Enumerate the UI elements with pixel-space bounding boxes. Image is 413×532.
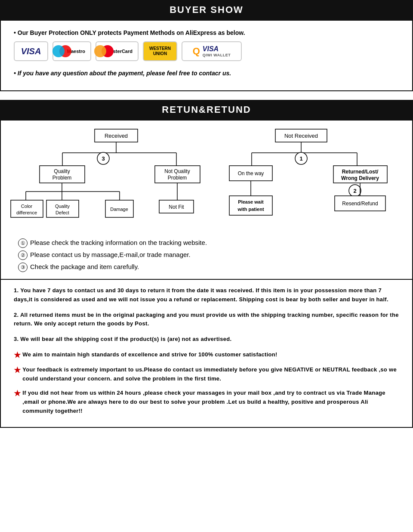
qiwi-card: Q VISA QIWI WALLET (182, 41, 242, 61)
received-label: Received (105, 133, 128, 139)
maestro-card: Maestro (52, 41, 91, 61)
svg-text:Resend/Refund: Resend/Refund (342, 201, 378, 207)
buyer-show-header: BUYER SHOW (0, 0, 413, 20)
svg-text:Please wait: Please wait (238, 199, 264, 204)
svg-text:On the way: On the way (238, 170, 264, 176)
visa-label: VISA (21, 46, 41, 56)
maestro-circle-blue (52, 45, 65, 57)
star-icon-2: ★ (14, 365, 21, 375)
svg-text:difference: difference (16, 210, 37, 215)
bullet-text-1: • Our Buyer Protection ONLY protects Pay… (14, 29, 399, 36)
mastercard-circles (102, 44, 106, 59)
buyer-show-content: • Our Buyer Protection ONLY protects Pay… (0, 20, 413, 91)
return-refund-title: RETUN&RETUND (162, 104, 251, 115)
rule-item-1: 1. You have 7 days to contact us and 30 … (14, 286, 399, 304)
svg-text:Not Quality: Not Quality (164, 168, 190, 174)
rule-num-1: 1. (14, 287, 20, 294)
svg-text:2: 2 (353, 188, 356, 194)
svg-text:1: 1 (299, 155, 302, 162)
star-text-3: If you did not hear from us within 24 ho… (22, 389, 399, 415)
rule-num-2: 2. (14, 312, 20, 318)
rule-text-1: You have 7 days to contact us and 30 day… (14, 287, 388, 303)
svg-text:with patient: with patient (237, 207, 264, 212)
rule-text-3: We will bear all the shipping cost if th… (20, 336, 231, 342)
return-refund-header: RETUN&RETUND (0, 100, 413, 120)
qiwi-visa-label: VISA (203, 45, 219, 53)
star-item-3: ★ If you did not hear from us within 24 … (14, 389, 399, 415)
maestro-circles (59, 44, 65, 59)
svg-text:Problem: Problem (168, 175, 187, 181)
instruction-text-2: Please contact us by massage,E-mail,or t… (30, 251, 191, 258)
svg-rect-45 (229, 196, 272, 215)
instruction-item-3: ③ Check the package and item carefully. (18, 263, 395, 272)
instructions-list: ① Please check the tracking information … (9, 234, 404, 272)
instruction-text-3: Check the package and item carefully. (30, 263, 139, 270)
qiwi-icon: Q (193, 46, 200, 57)
buyer-show-title: BUYER SHOW (170, 4, 243, 15)
mastercard-card: MasterCard (96, 41, 139, 61)
instruction-item-1: ① Please check the tracking information … (18, 238, 395, 248)
western-union-label: WESTERNUNION (149, 46, 171, 56)
return-refund-content: Received 3 Quality Problem Not Quality P… (0, 120, 413, 280)
svg-text:Problem: Problem (52, 175, 72, 181)
return-refund-section: RETUN&RETUND Received 3 Quality Problem (0, 100, 413, 428)
flowchart-svg: Received 3 Quality Problem Not Quality P… (9, 125, 404, 232)
svg-text:Quality: Quality (55, 204, 70, 209)
svg-text:Returned/Lost/: Returned/Lost/ (342, 169, 379, 175)
star-icon-3: ★ (14, 389, 21, 399)
instruction-item-2: ② Please contact us by massage,E-mail,or… (18, 251, 395, 260)
instruction-text-1: Please check the tracking information on… (30, 239, 207, 246)
qiwi-text: VISA QIWI WALLET (203, 45, 231, 57)
svg-text:Defect: Defect (55, 210, 69, 215)
buyer-show-section: BUYER SHOW • Our Buyer Protection ONLY p… (0, 0, 413, 91)
instruction-circle-1: ① (18, 238, 28, 248)
star-icon-1: ★ (14, 350, 21, 360)
instruction-circle-2: ② (18, 251, 28, 260)
star-item-2: ★ Your feedback is extremely important t… (14, 365, 399, 384)
rule-item-2: 2. All returned items must be in the ori… (14, 311, 399, 329)
svg-text:Quality: Quality (54, 168, 70, 174)
svg-text:Not Fit: Not Fit (169, 204, 184, 210)
star-text-1: We aim to maintain high standards of exc… (22, 350, 277, 359)
rule-text-2: All returned items must be in the origin… (14, 312, 399, 327)
rules-section: 1. You have 7 days to contact us and 30 … (0, 280, 413, 428)
western-union-card: WESTERNUNION (143, 41, 177, 61)
visa-card: VISA (14, 41, 48, 61)
qiwi-wallet-label: QIWI WALLET (203, 53, 231, 57)
rule-item-3: 3. We will bear all the shipping cost if… (14, 335, 399, 344)
bullet-text-2: • If you have any question about the pay… (14, 70, 399, 77)
payment-icons: VISA Maestro MasterCard WESTERNUN (14, 41, 399, 61)
svg-text:3: 3 (102, 155, 105, 162)
star-item-1: ★ We aim to maintain high standards of e… (14, 350, 399, 360)
rule-num-3: 3. (14, 336, 20, 342)
star-text-2: Your feedback is extremely important to … (22, 365, 399, 384)
svg-text:Color: Color (21, 204, 33, 209)
svg-text:Not  Received: Not Received (284, 133, 318, 139)
svg-text:Damage: Damage (110, 207, 128, 212)
instruction-circle-3: ③ (18, 263, 28, 272)
svg-text:Wrong Delivery: Wrong Delivery (341, 175, 379, 181)
